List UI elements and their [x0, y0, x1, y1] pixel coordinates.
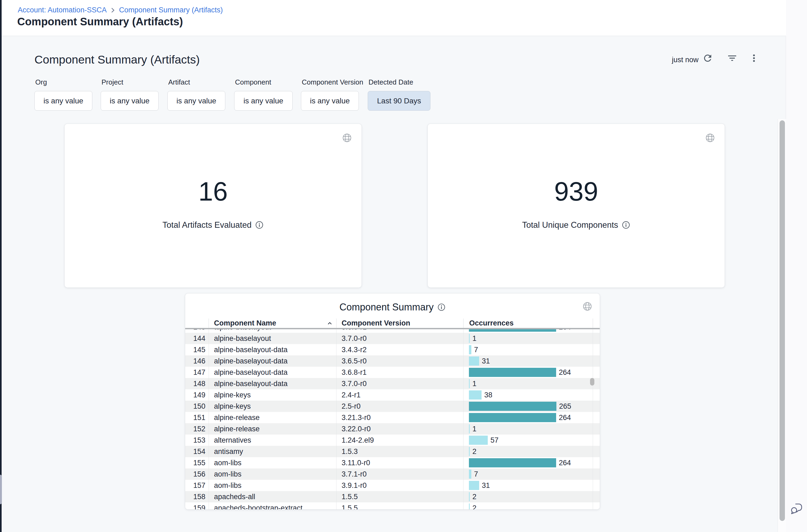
page-scrollbar-thumb[interactable] — [780, 120, 785, 521]
row-index-cell: 149 — [185, 389, 209, 401]
row-gutter — [593, 344, 600, 355]
occurrence-value: 264 — [559, 414, 571, 422]
filter-project-value-button[interactable]: is any value — [101, 91, 158, 111]
breadcrumb-account-link[interactable]: Account: Automation-SSCA — [18, 6, 107, 14]
table-row: 153alternatives1.24-2.el957 — [185, 435, 600, 446]
occurrence-bar — [469, 424, 470, 434]
occurrence-value: 2 — [473, 504, 477, 510]
row-index-cell: 154 — [185, 446, 209, 457]
component-name-cell: alpine-baselayout-data — [209, 367, 337, 378]
table-row: 148alpine-baselayout-data3.7.0-r01 — [185, 378, 600, 389]
component-version-cell: 3.11.0-r0 — [337, 457, 463, 469]
filter-value: is any value — [44, 97, 83, 105]
total-unique-components-card: 939 Total Unique Components — [428, 124, 725, 287]
row-index-cell: 156 — [185, 469, 209, 480]
occurrence-bar — [469, 504, 470, 509]
nav-rail-scroll-thumb[interactable] — [0, 475, 2, 504]
column-header-component-name[interactable]: Component Name — [209, 319, 337, 328]
column-header-occurrences[interactable]: Occurrences — [463, 319, 593, 328]
row-index-cell: 153 — [185, 435, 209, 446]
column-header-component-version[interactable]: Component Version — [337, 319, 463, 328]
component-version-cell: 3.22.0-r0 — [337, 423, 463, 435]
table-row: 152alpine-release3.22.0-r01 — [185, 423, 600, 435]
component-name-cell: alternatives — [209, 435, 337, 446]
table-row: 146alpine-baselayout-data3.6.5-r031 — [185, 355, 600, 367]
table-row: 157aom-libs3.9.1-r031 — [185, 480, 600, 491]
occurrences-cell: 2 — [463, 502, 593, 509]
table-row: 159apacheds-bootstrap-extract1.5.52 — [185, 502, 600, 509]
filter-org-value-button[interactable]: is any value — [35, 91, 92, 111]
occurrence-bar — [469, 413, 556, 422]
table-scrollbar-thumb[interactable] — [590, 378, 594, 385]
row-index-cell: 150 — [185, 401, 209, 412]
component-version-cell: 3.7.1-r0 — [337, 469, 463, 480]
table-row: 158apacheds-all1.5.52 — [185, 491, 600, 502]
component-summary-table-card: Component Summary Component Name Compone… — [185, 293, 600, 509]
occurrences-cell: 2 — [463, 491, 593, 502]
row-gutter — [593, 491, 600, 502]
occurrence-bar — [469, 379, 470, 388]
filter-artifact-value-button[interactable]: is any value — [168, 91, 225, 111]
dashboard-title: Component Summary (Artifacts) — [35, 53, 200, 66]
filter-component-value-button[interactable]: is any value — [234, 91, 293, 111]
occurrences-cell: 264 — [463, 412, 593, 423]
component-version-cell: 1.5.5 — [337, 491, 463, 502]
component-version-cell: 2.4-r1 — [337, 389, 463, 401]
occurrence-bar — [469, 368, 556, 377]
table-row: 151alpine-release3.21.3-r0264 — [185, 412, 600, 423]
table-title: Component Summary — [340, 302, 434, 313]
collapsed-nav-rail[interactable] — [0, 0, 2, 532]
component-version-cell: 1.5.3 — [337, 446, 463, 457]
occurrences-cell: 31 — [463, 355, 593, 367]
row-index-cell: 144 — [185, 333, 209, 344]
component-name-cell: apacheds-all — [209, 491, 337, 502]
component-name-cell: antisamy — [209, 446, 337, 457]
filter-label: Detected Date — [368, 78, 430, 87]
occurrences-cell: 265 — [463, 401, 593, 412]
filter-project: Project is any value — [101, 78, 158, 111]
occurrence-value: 2 — [473, 448, 477, 456]
filter-component-version-value-button[interactable]: is any value — [301, 91, 359, 111]
refresh-button[interactable] — [702, 52, 714, 64]
globe-icon[interactable] — [705, 133, 715, 143]
filter-label: Org — [35, 78, 92, 87]
filter-label: Component Version — [301, 78, 363, 87]
table-row: 145alpine-baselayout-data3.4.3-r27 — [185, 344, 600, 355]
row-gutter — [593, 367, 600, 378]
component-version-cell: 3.6.8-r1 — [337, 367, 463, 378]
component-version-cell: 3.7.0-r0 — [337, 333, 463, 344]
component-name-cell: alpine-keys — [209, 389, 337, 401]
info-icon[interactable] — [622, 221, 630, 229]
table-body-viewport[interactable]: 143alpine-baselayout3.6.8-r1264144alpine… — [185, 328, 600, 509]
occurrence-value: 2 — [473, 493, 477, 501]
column-header-label: Component Name — [209, 319, 276, 327]
filter-value: is any value — [310, 97, 350, 105]
occurrence-bar — [469, 357, 479, 366]
occurrence-value: 7 — [474, 470, 478, 478]
page-scrollbar-track[interactable] — [778, 119, 786, 532]
chevron-right-icon — [109, 7, 116, 14]
component-version-cell: 3.6.5-r0 — [337, 355, 463, 367]
occurrence-value: 1 — [473, 380, 477, 388]
breadcrumb-page-link[interactable]: Component Summary (Artifacts) — [119, 6, 223, 14]
filter-detected-date-value-button[interactable]: Last 90 Days — [368, 91, 430, 111]
info-icon[interactable] — [437, 303, 445, 311]
globe-icon[interactable] — [342, 133, 352, 143]
row-number-column-header — [185, 319, 209, 328]
dashboard-actions-menu-button[interactable] — [748, 52, 760, 64]
filter-component: Component is any value — [234, 78, 293, 111]
filter-value: Last 90 Days — [377, 97, 421, 105]
table-row: 154antisamy1.5.32 — [185, 446, 600, 457]
info-icon[interactable] — [255, 221, 264, 229]
occurrence-value: 1 — [473, 335, 477, 343]
occurrence-bar — [469, 402, 556, 411]
row-gutter — [593, 446, 600, 457]
chat-support-icon[interactable] — [790, 501, 804, 515]
filter-component-version: Component Version is any value — [301, 78, 363, 111]
occurrences-cell: 38 — [463, 389, 593, 401]
row-gutter — [593, 480, 600, 491]
table-rows: 143alpine-baselayout3.6.8-r1264144alpine… — [185, 328, 600, 509]
occurrence-bar — [469, 447, 470, 456]
page-title: Component Summary (Artifacts) — [17, 16, 183, 28]
dashboard-filters-button[interactable] — [726, 52, 738, 64]
